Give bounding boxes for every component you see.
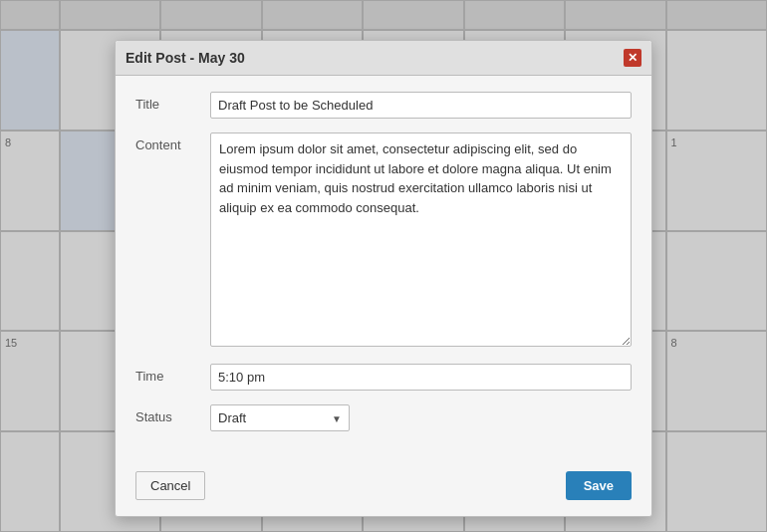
status-row: Status Draft Published Scheduled Pending… xyxy=(135,404,632,431)
dialog-header: Edit Post - May 30 ✕ xyxy=(116,41,651,76)
dialog-footer: Cancel Save xyxy=(116,461,651,516)
time-control xyxy=(210,364,632,391)
status-control: Draft Published Scheduled Pending Review xyxy=(210,404,632,431)
status-select[interactable]: Draft Published Scheduled Pending Review xyxy=(210,404,350,431)
save-button[interactable]: Save xyxy=(566,471,632,500)
cancel-button[interactable]: Cancel xyxy=(135,471,205,500)
dialog-title: Edit Post - May 30 xyxy=(126,50,245,66)
time-row: Time xyxy=(135,364,632,391)
content-label: Content xyxy=(135,133,210,152)
close-button[interactable]: ✕ xyxy=(624,49,641,67)
title-row: Title xyxy=(135,92,632,119)
status-label: Status xyxy=(135,404,210,424)
content-textarea[interactable]: Lorem ipsum dolor sit amet, consectetur … xyxy=(210,133,632,347)
modal-overlay: Edit Post - May 30 ✕ Title Content Lorem… xyxy=(0,0,767,532)
dialog-body: Title Content Lorem ipsum dolor sit amet… xyxy=(116,76,651,461)
time-label: Time xyxy=(135,364,210,384)
edit-post-dialog: Edit Post - May 30 ✕ Title Content Lorem… xyxy=(115,40,652,517)
time-input[interactable] xyxy=(210,364,632,391)
content-row: Content Lorem ipsum dolor sit amet, cons… xyxy=(135,133,632,350)
title-control xyxy=(210,92,632,119)
content-control: Lorem ipsum dolor sit amet, consectetur … xyxy=(210,133,632,350)
status-select-wrapper: Draft Published Scheduled Pending Review xyxy=(210,404,350,431)
title-input[interactable] xyxy=(210,92,632,119)
title-label: Title xyxy=(135,92,210,112)
